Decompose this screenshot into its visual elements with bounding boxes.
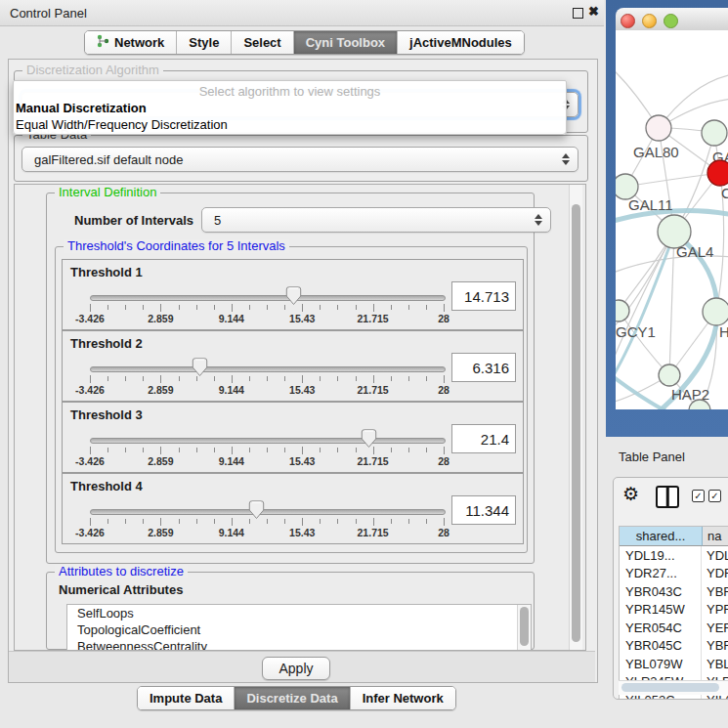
table-row[interactable]: YBL079WYBL0	[620, 655, 728, 673]
network-edge[interactable]	[669, 232, 674, 375]
threshold-value-field[interactable]: 21.4	[451, 424, 516, 453]
num-intervals-select[interactable]: 5	[201, 207, 551, 233]
node-table[interactable]: shared... na YDL19...YDL1YDR27...YDR2YBR…	[619, 526, 728, 699]
slider-tick-label: -3.426	[75, 313, 105, 324]
minimize-traffic-icon[interactable]	[642, 14, 657, 28]
table-row[interactable]: YBR045CYBR0	[620, 637, 728, 656]
network-node[interactable]	[702, 120, 727, 146]
network-node-label: C	[721, 185, 728, 201]
slider-tick	[391, 448, 392, 452]
network-edge[interactable]	[619, 311, 669, 375]
table-hscrollbar[interactable]	[619, 680, 728, 695]
bottom-tab-infer-network[interactable]: Infer Network	[351, 687, 455, 709]
network-canvas[interactable]: GAL80GACGAL11GAL4GCY1HHAP2	[616, 30, 728, 409]
tab-jactivemnodules[interactable]: jActiveMNodules	[398, 31, 524, 54]
slider-tick	[267, 376, 268, 381]
network-node[interactable]	[659, 364, 680, 386]
slider-tick	[125, 305, 126, 310]
close-icon[interactable]: ✖	[588, 4, 599, 19]
network-node[interactable]	[616, 300, 629, 321]
network-node[interactable]	[703, 298, 728, 325]
slider-tick	[373, 518, 374, 526]
threshold-value-field[interactable]: 14.713	[451, 281, 516, 311]
numerical-attributes-list[interactable]: SelfLoopsTopologicalCoefficientBetweenne…	[66, 604, 532, 651]
tab-select[interactable]: Select	[232, 31, 293, 54]
slider-track[interactable]	[90, 295, 446, 301]
slider-tick-label: -3.426	[75, 527, 105, 538]
table-row[interactable]: YBR043CYBR0	[620, 582, 728, 601]
algorithm-option[interactable]: Manual Discretization	[16, 101, 147, 115]
slider-tick-label: 9.144	[219, 313, 244, 324]
slider-tick	[426, 305, 427, 310]
network-edge[interactable]	[625, 173, 720, 187]
slider-thumb[interactable]	[285, 286, 302, 306]
table-row[interactable]: YDL19...YDL1	[620, 546, 728, 565]
slider-tick	[125, 376, 126, 381]
slider-tick	[160, 375, 161, 383]
gear-icon[interactable]: ⚙	[622, 483, 639, 505]
threshold-value-field[interactable]: 6.316	[451, 353, 516, 382]
table-row[interactable]: YPR145WYPR1	[620, 601, 728, 620]
network-node-label: H	[719, 323, 728, 340]
algorithm-option[interactable]: Equal Width/Frequency Discretization	[16, 117, 228, 132]
interval-definition-label: Interval Definition	[55, 186, 160, 199]
attributes-scrollbar-thumb[interactable]	[520, 607, 529, 646]
network-node[interactable]	[646, 115, 671, 141]
slider-tick	[125, 519, 126, 524]
settings-scrollbar[interactable]	[569, 185, 582, 650]
tab-network[interactable]: Network	[85, 31, 177, 54]
algorithm-popup: Select algorithm to view settings Manual…	[13, 80, 567, 135]
table-data-select[interactable]: galFiltered.sif default node	[21, 147, 578, 172]
screen: Control Panel ✖ NetworkStyleSelectCyni T…	[0, 0, 728, 728]
slider-thumb[interactable]	[361, 429, 377, 449]
num-intervals-label: Number of Intervals	[74, 213, 193, 228]
bottom-tab-discretize-data[interactable]: Discretize Data	[235, 687, 350, 709]
slider-tick	[373, 375, 374, 383]
combo-arrows-icon	[534, 213, 542, 227]
attribute-item[interactable]: BetweennessCentrality	[67, 638, 531, 651]
slider-tick	[179, 305, 180, 310]
attributes-list-scrollbar[interactable]	[517, 605, 531, 650]
slider-thumb[interactable]	[248, 500, 265, 520]
slider-tick	[179, 448, 180, 452]
threshold-label: Threshold 3	[70, 407, 143, 422]
column-header-name[interactable]: na	[703, 527, 728, 546]
control-panel-title: Control Panel	[10, 6, 87, 21]
bottom-tab-label: Discretize Data	[246, 691, 337, 706]
tab-style[interactable]: Style	[177, 31, 232, 54]
slider-tick	[444, 304, 445, 312]
slider-track[interactable]	[90, 438, 446, 444]
slider-tick	[391, 376, 392, 381]
zoom-traffic-icon[interactable]	[664, 14, 678, 28]
column-header-shared-name[interactable]: shared...	[620, 527, 703, 546]
apply-button[interactable]: Apply	[262, 657, 330, 680]
threshold-value-field[interactable]: 11.344	[451, 495, 516, 525]
settings-scrollbar-thumb[interactable]	[572, 204, 580, 642]
tab-cyni-toolbox[interactable]: Cyni Toolbox	[294, 31, 398, 54]
attribute-item[interactable]: SelfLoops	[67, 605, 531, 621]
float-window-icon[interactable]	[573, 8, 583, 19]
tab-label: Select	[243, 35, 280, 50]
slider-thumb[interactable]	[192, 358, 208, 377]
checked-checkbox-icon[interactable]: ✓	[692, 490, 705, 502]
slider-track[interactable]	[90, 366, 446, 372]
network-node[interactable]	[707, 160, 728, 186]
slider-track[interactable]	[90, 509, 446, 515]
slider-tick-label: 15.43	[289, 527, 315, 538]
slider-tick	[320, 376, 321, 381]
slider-tick	[143, 519, 144, 524]
columns-icon[interactable]	[656, 486, 679, 508]
table-hscrollbar-thumb[interactable]	[621, 683, 719, 692]
attribute-item[interactable]: TopologicalCoefficient	[67, 621, 531, 638]
slider-tick-label: 21.715	[358, 455, 389, 467]
slider-tick	[408, 519, 409, 524]
slider-tick	[196, 305, 197, 310]
checked-checkbox-icon[interactable]: ✓	[708, 490, 721, 502]
slider-tick	[284, 519, 285, 524]
slider-tick	[356, 448, 357, 452]
close-traffic-icon[interactable]	[621, 14, 635, 28]
bottom-tab-impute-data[interactable]: Impute Data	[138, 687, 235, 709]
table-row[interactable]: YER054CYER0	[620, 619, 728, 637]
table-row[interactable]: YDR27...YDR2	[620, 565, 728, 583]
slider-tick-label: 28	[438, 455, 450, 467]
